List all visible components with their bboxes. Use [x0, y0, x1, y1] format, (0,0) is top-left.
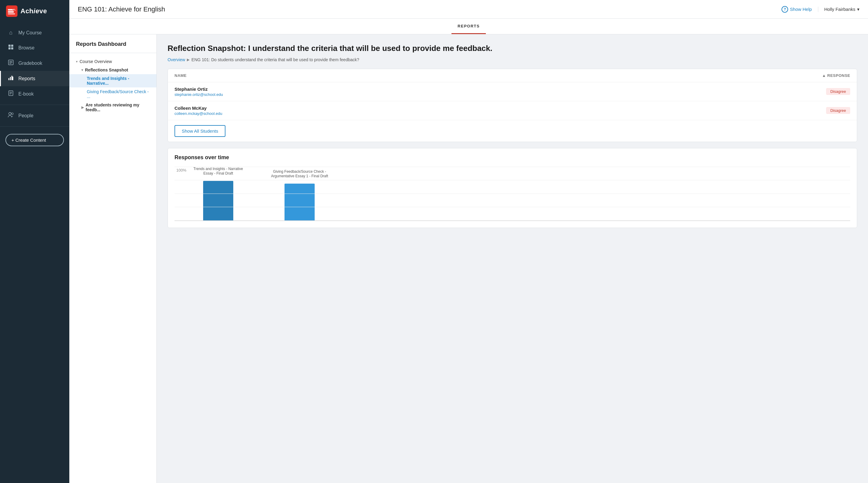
reports-tree: ▾ Course Overview ▾ Reflections Snapshot…: [69, 53, 156, 118]
sidebar-item-reports[interactable]: Reports: [0, 71, 69, 86]
help-icon: ?: [781, 6, 788, 13]
sidebar-label-my-course: My Course: [19, 30, 41, 36]
content-area: Reports Dashboard ▾ Course Overview ▾ Re…: [69, 34, 868, 483]
create-content-button[interactable]: + Create Content: [5, 134, 64, 146]
trends-insights-label: Trends and Insights - Narrative...: [87, 76, 150, 86]
svg-rect-6: [11, 44, 13, 47]
sidebar-label-ebook: E-book: [19, 91, 34, 97]
user-dropdown-icon: ▾: [857, 7, 860, 12]
svg-rect-12: [9, 63, 11, 64]
chart-bar-0: [203, 181, 233, 220]
ebook-icon: [7, 90, 14, 97]
svg-rect-10: [9, 61, 12, 62]
tree-trends-insights[interactable]: Trends and Insights - Narrative...: [69, 74, 156, 87]
svg-rect-7: [8, 47, 10, 50]
svg-rect-11: [9, 62, 12, 63]
svg-point-22: [11, 113, 13, 115]
gradebook-icon: [7, 60, 14, 67]
col-response-header[interactable]: ▲ Response: [822, 73, 850, 78]
reports-icon: [7, 75, 14, 82]
sort-arrow-icon: ▲: [822, 73, 826, 78]
breadcrumb-separator: ▶: [187, 58, 190, 62]
tree-reflections-snapshot[interactable]: ▾ Reflections Snapshot: [69, 66, 156, 74]
response-badge-1: Disagree: [826, 107, 850, 114]
svg-rect-2: [8, 13, 15, 14]
chevron-right-icon: ▶: [82, 105, 84, 110]
svg-rect-18: [10, 92, 12, 92]
giving-feedback-label: Giving Feedback/Source Check - ...: [87, 89, 150, 99]
home-icon: ⌂: [7, 30, 14, 36]
sidebar-divider-2: [0, 126, 69, 127]
page-title: ENG 101: Achieve for English: [78, 5, 165, 13]
student-row-1: Colleen McKay colleen.mckay@school.edu D…: [168, 101, 857, 120]
are-students-label: Are students reviewing my feedb...: [86, 102, 150, 112]
svg-rect-5: [8, 44, 10, 47]
reflections-snapshot-label: Reflections Snapshot: [85, 67, 128, 72]
chevron-down-icon: ▾: [76, 60, 78, 64]
responses-over-time-title: Responses over time: [168, 148, 857, 164]
sidebar-item-gradebook[interactable]: Gradebook: [0, 56, 69, 71]
tree-giving-feedback[interactable]: Giving Feedback/Source Check - ...: [69, 87, 156, 101]
sidebar-item-my-course[interactable]: ⌂ My Course: [0, 25, 69, 40]
reports-dashboard-title: Reports Dashboard: [69, 41, 156, 53]
course-overview-label: Course Overview: [80, 59, 112, 64]
tree-course-overview[interactable]: ▾ Course Overview: [69, 57, 156, 66]
responses-over-time-card: Responses over time 100% Trends and Insi…: [167, 148, 857, 228]
sidebar-label-gradebook: Gradebook: [19, 61, 42, 66]
chart-bar-1: [284, 184, 315, 220]
logo-area: ≋ Achieve: [0, 0, 69, 22]
sidebar-item-ebook[interactable]: E-book: [0, 86, 69, 101]
student-response-card: Name ▲ Response Stephanie Ortiz stephani…: [167, 69, 857, 142]
breadcrumb-overview-link[interactable]: Overview: [167, 57, 185, 62]
browse-icon: [7, 44, 14, 51]
svg-rect-15: [11, 76, 12, 80]
tab-reports[interactable]: REPORTS: [452, 19, 486, 34]
breadcrumb: Overview ▶ ENG 101: Do students understa…: [167, 57, 857, 62]
show-all-area: Show All Students: [168, 120, 857, 142]
show-all-students-button[interactable]: Show All Students: [175, 125, 225, 137]
svg-rect-16: [12, 77, 13, 80]
svg-text:≋: ≋: [13, 8, 15, 10]
report-heading: Reflection Snapshot: I understand the cr…: [167, 43, 857, 54]
col-name-header: Name: [175, 73, 187, 78]
student-row: Stephanie Ortiz stephanie.ortiz@school.e…: [168, 82, 857, 101]
header-right: ? Show Help Holly Fairbanks ▾: [781, 6, 860, 13]
svg-point-21: [9, 113, 11, 115]
col-response-label: Response: [827, 73, 850, 78]
student-name-0: Stephanie Ortiz: [175, 87, 223, 92]
tree-are-students[interactable]: ▶ Are students reviewing my feedb...: [69, 101, 156, 114]
svg-rect-13: [8, 78, 9, 80]
svg-rect-1: [8, 11, 14, 13]
sidebar-item-browse[interactable]: Browse: [0, 40, 69, 56]
svg-rect-20: [10, 94, 11, 94]
sidebar-label-people: People: [19, 113, 33, 119]
table-header: Name ▲ Response: [168, 69, 857, 82]
chevron-down-icon-2: ▾: [82, 68, 83, 72]
people-icon: [7, 112, 14, 119]
sidebar-label-reports: Reports: [19, 76, 35, 82]
show-help-label: Show Help: [790, 7, 812, 12]
reports-tab-bar: REPORTS: [69, 19, 868, 34]
main-area: ENG 101: Achieve for English ? Show Help…: [69, 0, 868, 483]
svg-rect-8: [11, 47, 13, 50]
svg-rect-14: [10, 77, 11, 80]
reports-sidebar: Reports Dashboard ▾ Course Overview ▾ Re…: [69, 34, 157, 483]
user-name-label: Holly Fairbanks: [824, 7, 855, 12]
chart-bar-label-0: Trends and Insights - Narrative Essay - …: [191, 167, 245, 176]
student-name-1: Colleen McKay: [175, 105, 222, 111]
student-info-1: Colleen McKay colleen.mckay@school.edu: [175, 105, 222, 116]
create-content-label: + Create Content: [11, 138, 46, 143]
sidebar-item-people[interactable]: People: [0, 108, 69, 123]
student-email-1[interactable]: colleen.mckay@school.edu: [175, 111, 222, 116]
report-panel: Reflection Snapshot: I understand the cr…: [157, 34, 868, 483]
user-menu-button[interactable]: Holly Fairbanks ▾: [818, 7, 860, 12]
show-help-button[interactable]: ? Show Help: [781, 6, 812, 13]
sidebar: ≋ Achieve ⌂ My Course Browse: [0, 0, 69, 483]
logo-text: Achieve: [21, 7, 47, 15]
sidebar-divider: [0, 104, 69, 105]
student-email-0[interactable]: stephanie.ortiz@school.edu: [175, 92, 223, 97]
sidebar-label-browse: Browse: [19, 45, 34, 51]
logo-icon: ≋: [6, 5, 18, 17]
top-header: ENG 101: Achieve for English ? Show Help…: [69, 0, 868, 19]
response-badge-0: Disagree: [826, 88, 850, 95]
